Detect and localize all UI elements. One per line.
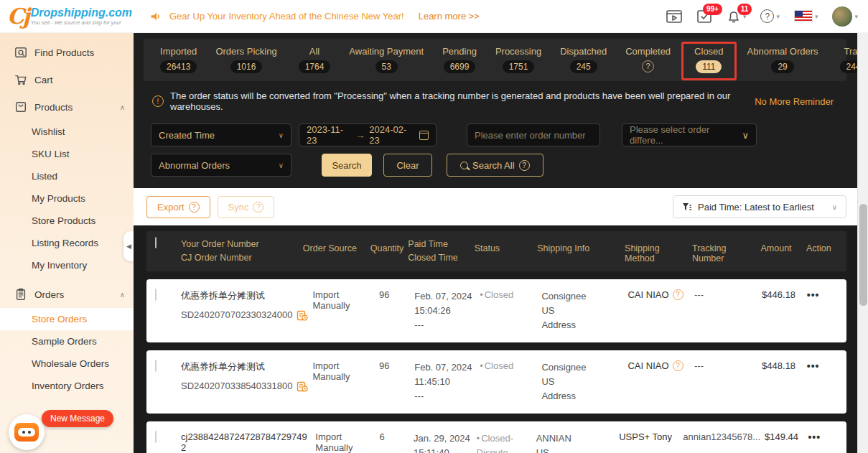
sidebar-item-my-products[interactable]: My Products bbox=[0, 187, 134, 210]
col-your-order-number: Your Order Number bbox=[181, 238, 299, 251]
paid-time: 11:45:10 bbox=[414, 375, 475, 389]
time-type-select[interactable]: Created Time ∨ bbox=[151, 123, 291, 146]
scrollbar-thumb[interactable] bbox=[859, 204, 867, 306]
sidebar-item-listing-records[interactable]: Listing Records› bbox=[0, 232, 134, 254]
tab-processing[interactable]: Processing 1751 bbox=[486, 45, 551, 75]
help-menu-button[interactable]: ? ▾ bbox=[760, 9, 780, 23]
announcement-bar: Gear Up Your Inventory Ahead of the Chin… bbox=[149, 10, 480, 23]
row-actions-button[interactable]: ••• bbox=[807, 289, 838, 301]
tab-abnormal-orders[interactable]: Abnormal Orders 29 bbox=[738, 45, 828, 75]
chevron-down-icon: ▾ bbox=[854, 13, 858, 20]
sidebar-item-store-products[interactable]: Store Products bbox=[0, 210, 134, 232]
chat-mascot-button[interactable] bbox=[9, 414, 45, 450]
tab-pending[interactable]: Pending 6699 bbox=[433, 45, 486, 75]
scrollbar[interactable] bbox=[857, 33, 868, 453]
sidebar-item-cart[interactable]: Cart bbox=[0, 66, 134, 93]
sidebar-item-label: Orders bbox=[34, 289, 64, 300]
warning-icon: ! bbox=[152, 95, 164, 107]
sync-button[interactable]: Sync ? bbox=[218, 196, 275, 218]
tab-dispatched[interactable]: Dispatched 245 bbox=[551, 45, 616, 75]
brand-tagline: You sell - We source and ship for you! bbox=[31, 19, 132, 26]
account-menu[interactable]: ▾ bbox=[832, 6, 858, 27]
row-checkbox[interactable] bbox=[155, 360, 157, 372]
new-message-badge[interactable]: New Message bbox=[42, 410, 113, 427]
orders-icon bbox=[14, 288, 27, 301]
language-selector[interactable]: ▾ bbox=[794, 10, 818, 22]
sidebar-collapse-handle[interactable]: ◀ bbox=[123, 231, 134, 261]
order-number-input[interactable] bbox=[475, 130, 592, 141]
cj-order-number[interactable]: SD2402070338540331800 bbox=[181, 380, 292, 391]
sidebar-item-wishlist[interactable]: Wishlist bbox=[0, 121, 134, 143]
order-difference-select[interactable]: Please select order differe... ∨ bbox=[622, 123, 757, 146]
tab-completed[interactable]: Completed ? bbox=[616, 45, 680, 74]
tab-count-badge: 111 bbox=[696, 60, 722, 73]
search-all-label: Search All bbox=[472, 160, 515, 171]
chevron-down-icon: ∨ bbox=[279, 162, 284, 169]
row-checkbox[interactable] bbox=[155, 431, 157, 443]
tab-all[interactable]: All 1764 bbox=[289, 45, 340, 75]
help-icon[interactable]: ? bbox=[673, 360, 683, 371]
time-type-value: Created Time bbox=[159, 130, 215, 141]
tasks-button[interactable]: 99+ bbox=[696, 9, 712, 24]
sidebar-item-sample-orders[interactable]: Sample Orders bbox=[0, 330, 134, 352]
cj-order-number[interactable]: SD2402070702330324000 bbox=[181, 309, 292, 320]
your-order-number: cj238842487247287847297492 bbox=[181, 431, 311, 453]
table-row: 优惠券拆单分摊测试 SD2402070338540331800 bbox=[146, 350, 846, 414]
col-status: Status bbox=[475, 238, 533, 253]
tab-closed[interactable]: Closed 111 bbox=[685, 45, 732, 75]
order-source: Import Manually bbox=[315, 431, 375, 453]
select-all-checkbox[interactable] bbox=[155, 237, 157, 248]
announcement-learn-more-link[interactable]: Learn more >> bbox=[419, 11, 480, 22]
sidebar-item-my-inventory[interactable]: My Inventory bbox=[0, 254, 134, 276]
notifications-button[interactable]: ▾ 11 bbox=[727, 9, 747, 24]
order-quantity: 6 bbox=[379, 431, 409, 442]
sidebar-item-listed[interactable]: Listed bbox=[0, 165, 134, 187]
closed-tab-red-highlight: Closed 111 bbox=[681, 42, 736, 80]
shipping-method: CAI NIAO bbox=[627, 289, 668, 300]
notice-text: The order status will be converted from … bbox=[170, 90, 748, 112]
col-closed-time: Closed Time bbox=[408, 251, 470, 265]
app-window: Cj Dropshipping.com You sell - We source… bbox=[0, 0, 868, 453]
row-checkbox[interactable] bbox=[155, 289, 157, 301]
tracking-number: --- bbox=[694, 360, 757, 371]
sidebar-item-products[interactable]: Products ∧ bbox=[0, 93, 134, 121]
tab-orders-picking[interactable]: Orders Picking 1016 bbox=[206, 45, 286, 75]
search-button[interactable]: Search bbox=[322, 154, 372, 177]
video-guide-button[interactable] bbox=[666, 9, 682, 24]
shipping-method: USPS+ Tony bbox=[619, 431, 672, 442]
chevron-down-icon: ▾ bbox=[815, 13, 818, 20]
order-schedule-icon[interactable] bbox=[297, 380, 308, 392]
export-button[interactable]: Export ? bbox=[146, 196, 210, 218]
sidebar-item-inventory-orders[interactable]: Inventory Orders bbox=[0, 375, 134, 397]
tab-count-badge: 1751 bbox=[503, 60, 535, 73]
brand-name: Dropshipping.com bbox=[31, 6, 132, 19]
help-icon[interactable]: ? bbox=[673, 289, 683, 300]
chevron-down-icon: ∨ bbox=[832, 203, 837, 211]
status-badge: Closed bbox=[480, 289, 513, 300]
row-actions-button[interactable]: ••• bbox=[807, 360, 838, 372]
sidebar-item-sku-list[interactable]: SKU List bbox=[0, 143, 134, 165]
chevron-up-icon: ∧ bbox=[120, 291, 125, 299]
paid-time: 15:11:40 bbox=[414, 446, 472, 453]
tab-awaiting-payment[interactable]: Awaiting Payment 53 bbox=[340, 45, 433, 75]
no-more-reminder-link[interactable]: No More Reminder bbox=[755, 96, 838, 107]
col-quantity: Quantity bbox=[370, 238, 404, 253]
sidebar-item-wholesale-orders[interactable]: Wholesale Orders bbox=[0, 352, 134, 375]
country: US bbox=[541, 375, 623, 389]
tab-imported[interactable]: Imported 26413 bbox=[151, 45, 206, 75]
sidebar-item-store-orders[interactable]: Store Orders bbox=[0, 308, 134, 330]
sidebar-item-orders[interactable]: Orders ∧ bbox=[0, 281, 134, 308]
sidebar-item-find-products[interactable]: Find Products bbox=[0, 39, 134, 66]
order-schedule-icon[interactable] bbox=[297, 309, 308, 321]
sidebar-item-label: SKU List bbox=[32, 149, 70, 159]
tab-count-badge: 1764 bbox=[299, 60, 331, 73]
clear-button[interactable]: Clear bbox=[383, 154, 432, 177]
sort-order-select[interactable]: Paid Time: Latest to Earliest ∨ bbox=[673, 195, 846, 218]
date-range-picker[interactable]: 2023-11-23 → 2024-02-23 bbox=[299, 123, 437, 146]
brand-logo[interactable]: Cj Dropshipping.com You sell - We source… bbox=[7, 6, 138, 27]
search-all-button[interactable]: Search All ? bbox=[447, 154, 543, 177]
video-guide-icon bbox=[666, 9, 682, 24]
abnormal-orders-select[interactable]: Abnormal Orders ∨ bbox=[151, 154, 291, 177]
row-actions-button[interactable]: ••• bbox=[808, 431, 838, 443]
sidebar-item-label: My Inventory bbox=[32, 260, 87, 271]
